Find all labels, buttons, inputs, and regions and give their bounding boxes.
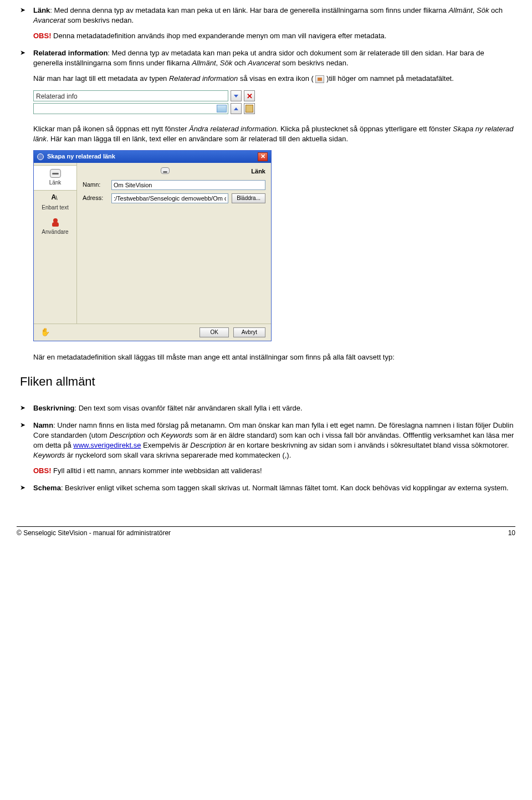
fliken-list: Beskrivning: Den text som visas ovanför … xyxy=(17,403,515,493)
flik-sok: Sök xyxy=(477,6,489,14)
adress-input[interactable] xyxy=(111,193,228,203)
relaterad-info-label: Relaterad info xyxy=(33,90,228,101)
obs-text: Denna metadatadefinition används ihop me… xyxy=(52,32,387,40)
text: : Med denna denna typ av metadata kan ma… xyxy=(50,6,448,14)
namn-label: Namn: xyxy=(83,181,108,189)
list-item-relaterad: Relaterad information: Med denna typ av … xyxy=(17,48,515,84)
help-icon[interactable]: ✋ xyxy=(39,327,50,337)
dialog-close-button[interactable]: ✕ xyxy=(258,152,268,161)
sidebar-item-text[interactable]: Enbart text xyxy=(34,191,76,215)
dialog-titlebar: Skapa ny relaterad länk ✕ xyxy=(34,151,271,163)
text-icon xyxy=(50,194,61,203)
dialog-main: Länk Namn: Adress: Bläddra... xyxy=(77,163,271,324)
relaterad-info-dropdown[interactable] xyxy=(33,103,228,114)
adress-label: Adress: xyxy=(83,194,108,202)
cancel-button[interactable]: Avbryt xyxy=(233,327,265,337)
sverigedirekt-link[interactable]: www.sverigedirekt.se xyxy=(73,441,141,449)
para-klickar: Klickar man på ikonen så öppnas ett nytt… xyxy=(17,124,515,144)
rel-label: Relaterad information xyxy=(33,49,108,57)
metadata-type-list: Länk: Med denna denna typ av metadata ka… xyxy=(17,6,515,84)
namn-input[interactable] xyxy=(111,180,265,190)
collapse-up-button[interactable] xyxy=(231,103,242,114)
dialog-title: Skapa ny relaterad länk xyxy=(47,152,115,161)
create-related-link-dialog: Skapa ny relaterad länk ✕ Länk Enbart te… xyxy=(33,150,272,341)
heading-fliken-allmant: Fliken allmänt xyxy=(20,373,515,391)
sidebar-item-anvandare[interactable]: Användare xyxy=(34,215,76,239)
obs-label: OBS! xyxy=(33,32,52,40)
list-item-lank: Länk: Med denna denna typ av metadata ka… xyxy=(17,6,515,42)
collapse-down-button[interactable] xyxy=(231,90,242,101)
flik-avancerat: Avancerat xyxy=(33,16,65,24)
relaterad-info-field: Relaterad info ✕ xyxy=(33,90,255,114)
obs-label: OBS! xyxy=(33,466,52,475)
edit-icon xyxy=(245,105,253,112)
para-after-dialog: När en metadatadefinition skall läggas t… xyxy=(17,352,515,362)
section-title: Länk xyxy=(251,167,265,176)
browse-button[interactable]: Bläddra... xyxy=(232,193,265,203)
page-footer: © Senselogic SiteVision - manual för adm… xyxy=(17,526,515,538)
dialog-sidebar: Länk Enbart text Användare xyxy=(34,163,77,324)
dialog-footer: ✋ OK Avbryt xyxy=(34,324,271,341)
page-number: 10 xyxy=(508,529,515,538)
related-info-icon xyxy=(315,75,324,83)
ok-button[interactable]: OK xyxy=(200,327,228,337)
list-item-schema: Schema: Beskriver enligt vilket schema s… xyxy=(17,483,515,493)
flik-allmant: Allmänt xyxy=(448,6,472,14)
close-icon: ✕ xyxy=(247,93,253,100)
delete-button[interactable]: ✕ xyxy=(244,90,255,101)
sidebar-item-lank[interactable]: Länk xyxy=(34,165,76,191)
list-item-beskrivning: Beskrivning: Den text som visas ovanför … xyxy=(17,403,515,413)
edit-related-button[interactable] xyxy=(244,103,255,114)
user-icon xyxy=(50,218,61,227)
lank-label: Länk xyxy=(33,6,50,14)
footer-left: © Senselogic SiteVision - manual för adm… xyxy=(17,529,171,538)
link-icon xyxy=(50,169,61,178)
list-item-namn: Namn: Under namn finns en lista med förs… xyxy=(17,420,515,476)
link-icon xyxy=(161,167,170,174)
app-icon xyxy=(37,153,44,160)
